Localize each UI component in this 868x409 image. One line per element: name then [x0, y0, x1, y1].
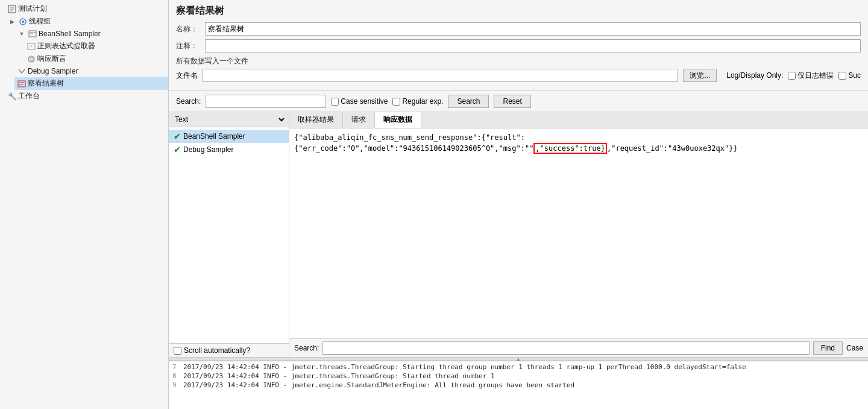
- sample-item-debug[interactable]: ✔ Debug Sampler: [169, 143, 289, 156]
- case-sensitive-checkbox[interactable]: [331, 98, 339, 106]
- errors-only-label: 仅日志错误: [797, 71, 834, 81]
- results-left-panel: Text RegExp Tester CSS/JQuery Tester XPa…: [169, 112, 289, 357]
- sidebar-item-label: 线程组: [29, 16, 51, 27]
- text-dropdown: Text RegExp Tester CSS/JQuery Tester XPa…: [169, 112, 289, 127]
- sidebar-item-label: 响应断言: [37, 54, 66, 64]
- log-num: 8: [172, 372, 180, 380]
- sample-label: BeanShell Sampler: [183, 132, 245, 141]
- log-entry-7: 7 2017/09/23 14:42:04 INFO - jmeter.thre…: [172, 363, 864, 372]
- sidebar-item-workbench[interactable]: 🔧 工作台: [5, 90, 168, 103]
- success-icon: ✔: [174, 132, 181, 141]
- expand-icon: ▶: [7, 17, 17, 27]
- regex-icon: .*: [27, 42, 36, 51]
- assertion-icon: Q: [27, 54, 36, 64]
- panel-title: 察看结果树: [176, 5, 861, 17]
- bottom-search: Search: Find Case: [289, 338, 868, 357]
- workbench-icon: 🔧: [7, 92, 17, 101]
- find-button[interactable]: Find: [813, 341, 843, 355]
- scroll-row: Scroll automatically?: [169, 343, 289, 357]
- log-entry-8: 8 2017/09/23 14:42:04 INFO - jmeter.thre…: [172, 372, 864, 381]
- config-panel: 察看结果树 名称： 注释： 所有数据写入一个文件 文件名 浏览... Log/D…: [169, 0, 868, 91]
- bottom-case-option: Case: [846, 344, 863, 352]
- results-area: Text RegExp Tester CSS/JQuery Tester XPa…: [169, 112, 868, 357]
- all-data-label: 所有数据写入一个文件: [176, 56, 861, 66]
- name-input[interactable]: [205, 22, 861, 36]
- regular-exp-option: Regular exp.: [392, 97, 443, 106]
- regular-exp-label: Regular exp.: [402, 97, 443, 106]
- log-display-label: Log/Display Only:: [726, 71, 783, 80]
- response-content: {"alibaba_aliqin_fc_sms_num_send_respons…: [289, 128, 868, 338]
- search-label: Search:: [176, 97, 201, 106]
- case-sensitive-label: Case sensitive: [341, 97, 388, 106]
- response-text-after: ,"request_id":"43w0uoxe32qx"}}: [607, 144, 738, 153]
- search-bar: Search: Case sensitive Regular exp. Sear…: [169, 91, 868, 112]
- log-area: 7 2017/09/23 14:42:04 INFO - jmeter.thre…: [169, 361, 868, 409]
- sidebar-item-label: 测试计划: [18, 4, 47, 14]
- name-row: 名称：: [176, 22, 861, 36]
- comment-input[interactable]: [205, 39, 861, 52]
- name-label: 名称：: [176, 24, 200, 34]
- search-input[interactable]: [206, 95, 326, 108]
- main-panel: 察看结果树 名称： 注释： 所有数据写入一个文件 文件名 浏览... Log/D…: [169, 0, 868, 409]
- results-icon: [17, 79, 27, 89]
- log-entry-9: 9 2017/09/23 14:42:04 INFO - jmeter.engi…: [172, 381, 864, 390]
- scroll-auto-label: Scroll automatically?: [184, 346, 250, 355]
- results-right-panel: 取样器结果 请求 响应数据 {"alibaba_aliqin_fc_sms_nu…: [289, 112, 868, 357]
- sidebar-item-debug-sampler[interactable]: Debug Sampler: [14, 65, 168, 77]
- tab-sampler-result[interactable]: 取样器结果: [289, 112, 343, 128]
- svg-point-5: [22, 21, 24, 23]
- sidebar-item-label: 察看结果树: [28, 78, 64, 89]
- bottom-search-label: Search:: [294, 344, 319, 352]
- errors-only-checkbox[interactable]: [788, 72, 796, 80]
- svg-text:.*: .*: [29, 44, 32, 49]
- comment-label: 注释：: [176, 41, 200, 51]
- sidebar-item-label: BeanShell Sampler: [39, 30, 101, 38]
- response-text-before: {"alibaba_aliqin_fc_sms_num_send_respons…: [294, 133, 533, 153]
- sidebar-item-test-plan[interactable]: 测试计划: [5, 2, 168, 15]
- bottom-search-input[interactable]: [322, 341, 809, 355]
- sidebar-item-thread-group[interactable]: ▶ 线程组: [5, 15, 168, 28]
- file-row: 文件名 浏览... Log/Display Only: 仅日志错误 Suc: [176, 69, 861, 82]
- sample-list: ✔ BeanShell Sampler ✔ Debug Sampler: [169, 127, 289, 343]
- success-checkbox[interactable]: [838, 72, 846, 80]
- sidebar-item-view-results[interactable]: 察看结果树: [14, 77, 168, 90]
- comment-row: 注释：: [176, 39, 861, 52]
- regular-exp-checkbox[interactable]: [392, 98, 400, 106]
- log-text: 2017/09/23 14:42:04 INFO - jmeter.thread…: [183, 372, 495, 380]
- test-plan-icon: [7, 4, 17, 14]
- highlighted-success: ,"success":true}: [533, 143, 607, 154]
- sidebar: 测试计划 ▶ 线程组 ▼ BeanShell Sampler .* 正则表达式提…: [0, 0, 169, 409]
- tabs-bar: 取样器结果 请求 响应数据: [289, 112, 868, 128]
- case-sensitive-option: Case sensitive: [331, 97, 388, 106]
- bottom-case-label: Case: [846, 344, 863, 352]
- success-label: Suc: [848, 71, 861, 80]
- thread-group-icon: [18, 17, 28, 27]
- sample-item-beanshell[interactable]: ✔ BeanShell Sampler: [169, 130, 289, 143]
- errors-only-option: 仅日志错误: [788, 71, 834, 81]
- success-option: Suc: [838, 71, 861, 80]
- sidebar-item-label: Debug Sampler: [28, 67, 78, 75]
- success-icon: ✔: [174, 145, 181, 154]
- sidebar-item-regex-extractor[interactable]: .* 正则表达式提取器: [24, 40, 168, 52]
- browse-button[interactable]: 浏览...: [683, 69, 717, 82]
- file-name-input[interactable]: [203, 69, 678, 82]
- sidebar-item-beanshell-sampler[interactable]: ▼ BeanShell Sampler: [14, 28, 168, 40]
- scroll-auto-checkbox[interactable]: [174, 347, 181, 355]
- svg-text:Q: Q: [30, 56, 34, 62]
- sidebar-item-response-assertion[interactable]: Q 响应断言: [24, 52, 168, 65]
- beanshell-icon: [28, 29, 37, 39]
- log-text: 2017/09/23 14:42:04 INFO - jmeter.thread…: [183, 363, 746, 371]
- sidebar-item-label: 工作台: [18, 91, 40, 101]
- reset-button[interactable]: Reset: [494, 95, 530, 108]
- log-text: 2017/09/23 14:42:04 INFO - jmeter.engine…: [183, 381, 574, 389]
- expand-icon: ▼: [17, 29, 27, 39]
- log-num: 7: [172, 363, 180, 371]
- tab-response-data[interactable]: 响应数据: [375, 112, 421, 128]
- text-select[interactable]: Text RegExp Tester CSS/JQuery Tester XPa…: [171, 113, 286, 125]
- svg-rect-13: [18, 81, 25, 87]
- search-button[interactable]: Search: [448, 95, 489, 108]
- tab-request[interactable]: 请求: [343, 112, 375, 128]
- debug-icon: [17, 66, 27, 76]
- file-name-label: 文件名: [176, 71, 198, 81]
- sidebar-item-label: 正则表达式提取器: [37, 41, 95, 51]
